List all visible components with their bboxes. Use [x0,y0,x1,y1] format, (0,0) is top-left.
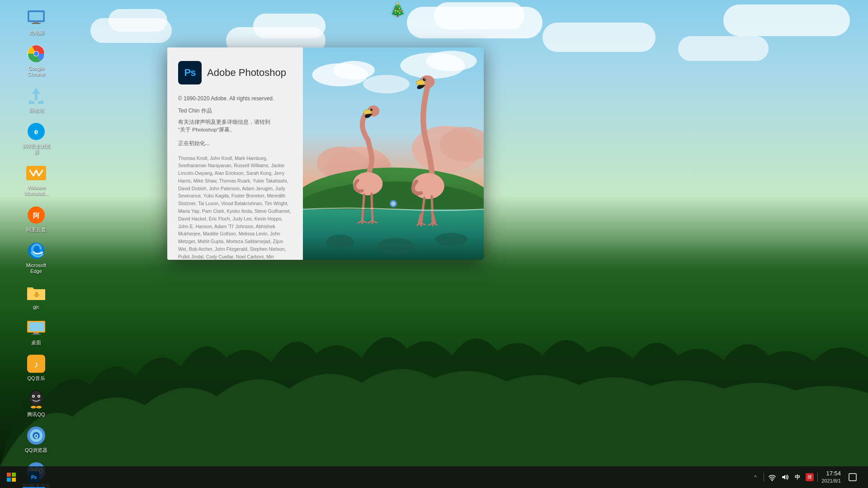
svg-rect-77 [12,478,16,482]
svg-rect-19 [32,334,41,335]
alibaba-icon-label: 阿里云盘 [26,227,46,233]
svg-point-61 [326,235,354,249]
svg-rect-74 [7,473,11,477]
svg-point-53 [363,75,410,94]
svg-point-31 [36,406,42,408]
tray-separator [764,473,764,482]
tray-volume-icon[interactable] [780,473,789,482]
svg-point-62 [377,238,414,255]
svg-rect-1 [29,12,43,20]
taskbar-tray: ^ 中 [751,466,868,488]
qqbrowser-icon-label: QQ浏览器 [25,447,47,453]
svg-point-71 [372,109,373,110]
desktop: 🎄 此电脑 [0,0,868,488]
ps-initializing: 正在初始化... [178,140,292,147]
volume-icon [781,473,789,481]
svg-point-67 [425,79,425,80]
tray-separator-2 [817,473,818,482]
svg-text:Ps: Ps [31,475,37,480]
photoshop-splash-dialog: Ps Adobe Photoshop © 1990-2020 Adobe. Al… [167,47,484,260]
svg-rect-15 [33,295,40,296]
desktop-icon-gjc[interactable]: gjc [16,279,57,314]
photoshop-splash-right [303,47,484,260]
taskbar-notification-button[interactable] [844,466,861,488]
ps-copyright: © 1990-2020 Adobe. All rights reserved. [178,95,292,102]
svg-point-64 [412,173,444,199]
taskbar-date: 2021/8/1 [821,478,841,484]
desktop-icon-vmware[interactable]: VMware Workstati... [16,160,57,200]
vmware-icon-label: VMware Workstati... [20,185,52,197]
desktop-icon-chrome[interactable]: Google Chrome [16,40,57,81]
svg-text:Q: Q [34,433,38,439]
photoshop-splash-content: © 1990-2020 Adobe. All rights reserved. … [178,95,292,260]
svg-point-26 [33,395,34,397]
desktop-icon-360browser[interactable]: e 360安全浏览 器 [16,118,57,159]
recycle-icon-label: 回收站 [29,108,44,113]
desktop2-icon-label: 桌面 [31,340,41,346]
svg-rect-18 [33,333,39,334]
ps-author: Ted Chin 作品 [178,107,292,115]
taskbar: Ps ^ [0,466,868,488]
svg-point-27 [38,395,40,397]
svg-point-80 [772,480,773,481]
svg-point-29 [40,397,43,401]
ps-legal: 有关法律声明及更多详细信息，请转到 "关于 Photoshop"屏幕。 [178,118,292,134]
svg-point-66 [423,78,426,81]
tray-network-icon[interactable] [768,473,777,482]
photoshop-splash-left: Ps Adobe Photoshop © 1990-2020 Adobe. Al… [167,47,303,260]
svg-rect-3 [32,23,41,24]
desktop-icon-qqbrowser[interactable]: Q QQ浏览器 [16,422,57,457]
svg-rect-75 [12,473,16,477]
svg-point-7 [34,52,38,56]
svg-rect-17 [28,322,44,331]
edge-icon-label: Microsoft Edge [20,263,52,274]
svg-point-23 [30,391,42,405]
qqmusic-icon-label: QQ音乐 [27,375,45,381]
wifi-icon [768,473,776,481]
svg-text:♪: ♪ [34,359,38,369]
taskbar-time: 17:54 [821,470,841,478]
computer-icon-label: 此电脑 [29,30,44,36]
svg-point-28 [29,397,32,401]
photoshop-splash-artwork [303,47,484,260]
desktop-icon-alibaba[interactable]: 阿 阿里云盘 [16,202,57,236]
notification-icon [849,473,857,481]
svg-point-30 [31,406,36,408]
desktop-icon-desktop2[interactable]: 桌面 [16,314,57,349]
desktop-icon-edge[interactable]: Microsoft Edge [16,237,57,278]
svg-point-73 [391,202,396,206]
photoshop-title: Adobe Photoshop [207,67,286,79]
qq-icon-label: 腾讯QQ [27,412,45,418]
svg-point-70 [370,108,373,111]
svg-point-52 [426,51,477,71]
christmas-tree-ornament: 🎄 [390,2,406,17]
svg-rect-81 [849,474,856,481]
360browser-icon-label: 360安全浏览 器 [20,143,52,155]
ps-credits: Thomas Knoll, John Knoll, Mark Hamburg, … [178,155,292,260]
svg-point-63 [435,233,467,246]
photoshop-logo: Ps [178,61,202,84]
svg-text:e: e [34,128,38,136]
svg-point-50 [333,61,375,80]
taskbar-clock[interactable]: 17:54 2021/8/1 [821,470,841,484]
svg-rect-10 [26,166,46,180]
chrome-icon-label: Google Chrome [20,66,52,77]
tray-input-method[interactable]: 中 [793,473,802,482]
taskbar-start-button[interactable] [0,466,23,488]
desktop-icon-qq[interactable]: 腾讯QQ [16,386,57,421]
desktop-icon-recycle[interactable]: 回收站 [16,82,57,117]
desktop-icon-computer[interactable]: 此电脑 [16,5,57,39]
svg-text:阿: 阿 [33,212,40,219]
tray-ime-icon[interactable]: 搜 [806,473,814,481]
desktop-icons: 此电脑 Google Chrome [0,0,72,488]
photoshop-splash-header: Ps Adobe Photoshop [178,61,292,84]
gjc-icon-label: gjc [33,304,39,310]
svg-rect-2 [33,22,39,23]
tray-show-hidden-button[interactable]: ^ [751,473,760,482]
svg-rect-76 [7,478,11,482]
taskbar-photoshop-app[interactable]: Ps [23,466,45,488]
windows-logo-icon [7,473,16,482]
desktop-icon-qqmusic[interactable]: ♪ QQ音乐 [16,350,57,385]
